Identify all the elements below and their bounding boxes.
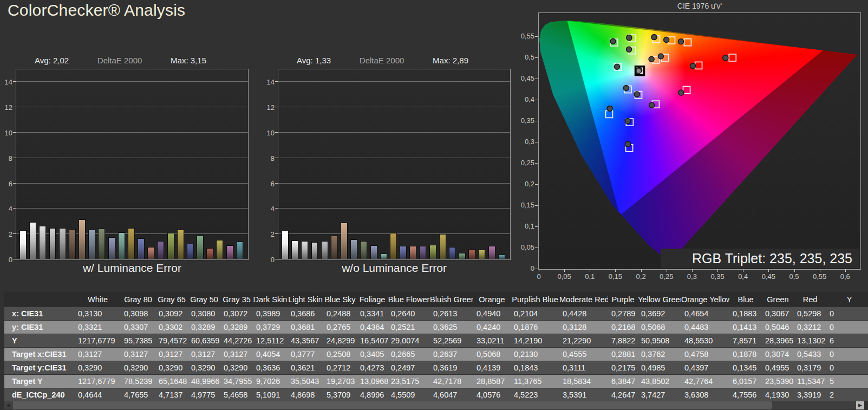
- x-axis-tick: [768, 269, 769, 272]
- column-header: White: [75, 292, 121, 307]
- column-header: Bluish Green: [430, 292, 473, 307]
- table-cell: 0,3098: [121, 307, 155, 320]
- bar-moderate-red: [147, 247, 154, 259]
- table-header-row: WhiteGray 80Gray 65Gray 50Gray 35Dark Sk…: [4, 292, 868, 307]
- bar-gray-80: [291, 240, 298, 259]
- gridline: [278, 158, 510, 158]
- table-cell: 50,9508: [638, 334, 681, 347]
- rgb-triplet-readout: RGB Triplet: 235, 235, 235: [661, 249, 859, 268]
- y-axis-tick-label: 0,35: [515, 116, 534, 125]
- measured-point-marker: [623, 85, 629, 90]
- y-axis-tick-label: 0,25: [515, 159, 534, 167]
- table-cell: 16,5407: [357, 334, 388, 347]
- table-cell: 0,3762: [638, 348, 681, 361]
- x-axis-tick-label: 0,05: [552, 272, 576, 281]
- bar-blue-sky: [350, 239, 357, 259]
- y-axis-tick-label: 14: [0, 78, 12, 86]
- table-cell: 4,7655: [121, 388, 155, 401]
- bar-orange: [128, 228, 135, 260]
- y-axis-tick: [275, 183, 278, 184]
- bar-purplish-blue: [138, 238, 145, 259]
- delta-e-chart-without-luminance: 02468101214: [278, 69, 511, 260]
- table-cell: 6,0157: [729, 375, 762, 388]
- measured-point-marker: [678, 90, 684, 95]
- table-cell: 0,2497: [388, 361, 430, 374]
- gridline: [278, 81, 510, 82]
- scroll-left-icon[interactable]: ◀: [4, 401, 12, 409]
- table-cell: 0,2881: [608, 348, 638, 361]
- table-cell: 0,5433: [794, 348, 826, 361]
- gridline: [16, 107, 248, 107]
- table-cell: 48,9966: [188, 375, 220, 388]
- table-cell: 3,7427: [638, 388, 681, 401]
- column-header: Gray 35: [220, 292, 253, 307]
- bar-purple: [157, 241, 164, 259]
- y-axis-tick-label: 2: [0, 230, 12, 238]
- table-cell: 0,2521: [388, 321, 430, 334]
- table-cell: 0,4758: [681, 348, 729, 361]
- table-cell: 5,4658: [220, 388, 253, 401]
- bar-gray-35: [59, 228, 66, 260]
- table-cell: 0,3989: [253, 307, 288, 320]
- table-cell: 0,3290: [220, 361, 253, 374]
- table-cell: 0,5046: [762, 321, 794, 334]
- table-row: Target y:CIE310,32900,32900,32900,32900,…: [4, 361, 868, 374]
- chart1-caption: w/ Luminance Error: [16, 262, 249, 275]
- scroll-right-icon[interactable]: ▶: [856, 401, 864, 409]
- y-axis-tick-label: 0: [0, 256, 12, 264]
- y-axis-tick-label: 12: [0, 103, 12, 112]
- column-header: Gray 65: [155, 292, 188, 307]
- y-axis-tick: [535, 57, 538, 58]
- table-horizontal-scrollbar[interactable]: ◀ ▶: [4, 401, 864, 409]
- table-cell: 0: [826, 348, 868, 361]
- gridline: [16, 158, 248, 158]
- y-axis-tick-label: 0: [515, 264, 534, 272]
- measured-point-marker: [649, 56, 654, 62]
- bar-blue-flower: [370, 245, 377, 259]
- y-axis-tick-label: 0,55: [515, 32, 534, 40]
- y-axis-tick: [275, 233, 278, 234]
- x-axis-tick: [717, 269, 718, 272]
- bar-light-skin: [79, 219, 86, 259]
- y-axis-tick: [535, 142, 538, 142]
- y-axis-tick: [275, 158, 278, 158]
- table-cell: 0,3130: [75, 307, 121, 320]
- target-point-marker: [684, 39, 691, 46]
- table-cell: 0,2104: [511, 307, 559, 320]
- y-axis-tick: [535, 36, 538, 37]
- row-label: Target Y: [4, 375, 75, 388]
- table-cell: 0,3080: [188, 307, 220, 320]
- bar-gray-65: [39, 226, 46, 259]
- colorchecker-data-table: WhiteGray 80Gray 65Gray 50Gray 35Dark Sk…: [4, 292, 868, 402]
- y-axis-tick-label: 0: [258, 256, 275, 264]
- y-axis-tick: [13, 259, 16, 259]
- table-cell: 79,4572: [155, 334, 188, 347]
- table-cell: 0,3127: [188, 348, 220, 361]
- cie-title: CIE 1976 u'v': [539, 2, 860, 10]
- table-cell: 0,3729: [253, 321, 288, 334]
- table-cell: 0,1345: [729, 361, 762, 374]
- bar-purplish-blue: [400, 246, 407, 259]
- table-row: Y1217,677995,738579,457260,635944,272612…: [4, 334, 868, 347]
- bar-gray-50: [49, 228, 56, 260]
- table-cell: 5,1091: [253, 388, 288, 401]
- bar-red: [206, 248, 213, 259]
- table-cell: 28,3965: [762, 334, 794, 347]
- bar-moderate-red: [409, 246, 416, 259]
- measured-point-marker: [625, 141, 630, 147]
- bar-blue-flower: [108, 237, 115, 259]
- x-axis-tick: [641, 269, 642, 272]
- table-cell: 2: [826, 388, 868, 401]
- table-cell: 4,8698: [288, 388, 323, 401]
- bar-magenta: [488, 246, 495, 259]
- column-header: Orange: [473, 292, 511, 307]
- table-cell: 24,8299: [323, 334, 357, 347]
- table-cell: 4,7556: [729, 388, 762, 401]
- table-cell: 0,4364: [357, 321, 388, 334]
- table-cell: 0,3686: [288, 307, 323, 320]
- table-cell: 23,5390: [762, 375, 794, 388]
- x-axis-tick: [539, 269, 539, 272]
- table-cell: 0,3111: [559, 361, 608, 374]
- table-cell: 0,3289: [220, 321, 253, 334]
- scrollbar-thumb[interactable]: [13, 401, 772, 409]
